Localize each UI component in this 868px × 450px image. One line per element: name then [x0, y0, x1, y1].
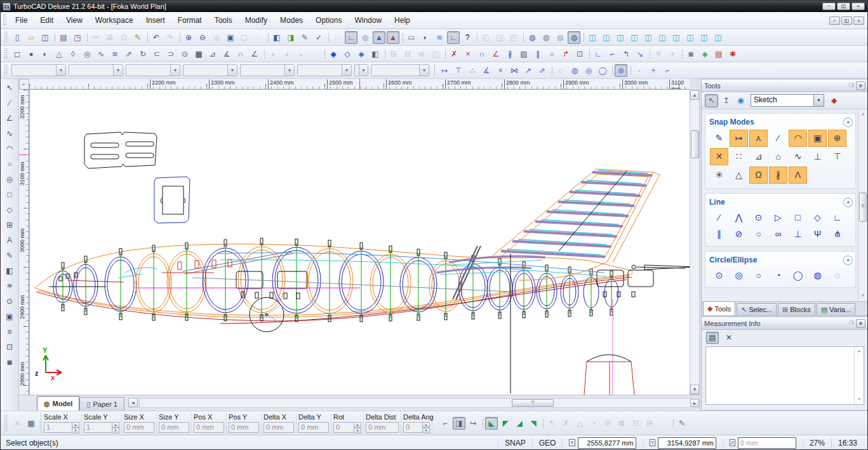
view-bottom[interactable]: ◫	[670, 31, 683, 44]
point-snap-b[interactable]: +	[647, 64, 660, 77]
pattern-tool[interactable]: ✳	[652, 48, 665, 60]
menu-item[interactable]: Options	[309, 14, 348, 27]
circle-edit[interactable]: ○	[545, 48, 558, 60]
sweep-3d[interactable]: ⊂	[150, 48, 163, 60]
menu-item[interactable]: Tools	[208, 14, 239, 27]
open-file[interactable]: ▱	[25, 31, 37, 44]
rect-tool[interactable]: □	[3, 188, 17, 201]
ws-workplane[interactable]: ◤	[499, 417, 512, 430]
ws-cplane[interactable]: ◢	[513, 417, 526, 430]
curve-tool[interactable]: ∿	[3, 126, 17, 140]
polygon-center[interactable]: ⊙	[749, 210, 768, 225]
pen-tool[interactable]: ✎	[298, 31, 311, 44]
spelling-checker[interactable]: ✓	[312, 31, 325, 44]
chevron-down-icon[interactable]: ▼	[342, 65, 351, 76]
pin-icon[interactable]: ❍	[846, 81, 856, 90]
insert-picture[interactable]: ▭	[405, 31, 418, 44]
category-combo[interactable]: Sketch ▼	[751, 94, 824, 107]
snap-aperture-toggle[interactable]: ∷	[331, 31, 344, 44]
snap-angle[interactable]: ∿	[789, 148, 807, 165]
render-hidden[interactable]: ◍	[540, 31, 552, 44]
ws-facet[interactable]: ◥	[527, 417, 540, 430]
axis-icon-toggle[interactable]: ∟	[447, 31, 460, 44]
edit-tool[interactable]: ▨	[517, 48, 530, 60]
palette-scrollbar[interactable]: ▲ ▼	[858, 110, 867, 301]
camera-properties[interactable]: ◐	[419, 31, 432, 44]
angle-line-tool[interactable]: ∠	[3, 111, 17, 125]
scroll-down-button[interactable]: ▼	[859, 292, 867, 300]
snap-aperture[interactable]: △	[730, 167, 748, 184]
facet-delete[interactable]: ◇	[341, 48, 354, 60]
circle-snap-c[interactable]: ◎	[582, 64, 595, 77]
property-combo-6[interactable]: ▼	[297, 64, 352, 76]
snap-horizontal[interactable]: ⊤	[828, 148, 846, 165]
fillet[interactable]: ∩	[476, 48, 488, 60]
ornament-tool[interactable]: ✱	[726, 48, 739, 60]
dimension-tool[interactable]: ✎	[3, 249, 17, 262]
boolean-subtract[interactable]: ◗	[281, 48, 293, 60]
scroll-up-button[interactable]: ▲	[690, 90, 699, 100]
scroll-up-button[interactable]: ▲	[855, 348, 863, 355]
boolean-union[interactable]: ◖	[267, 48, 279, 60]
field-value[interactable]: 0 mm	[264, 422, 294, 433]
undo[interactable]: ↶	[150, 31, 163, 44]
rotate-3d[interactable]: ∡	[220, 48, 233, 60]
local-snap-intersection[interactable]: ⋈	[508, 64, 521, 77]
snap-vertex[interactable]: ↦	[730, 130, 748, 147]
degrade-warning[interactable]: △	[573, 417, 586, 430]
snap-quadrant[interactable]: ▣	[808, 130, 827, 147]
boolean-intersect[interactable]: ◒	[295, 48, 307, 60]
horizontal-scroll-thumb[interactable]	[512, 399, 554, 407]
fit-3d[interactable]: ∩	[234, 48, 247, 60]
menu-item[interactable]: Modify	[239, 14, 274, 27]
torus-3d[interactable]: ◎	[81, 48, 93, 60]
slab-3d[interactable]: ⊿	[206, 48, 219, 60]
tools-palette-header[interactable]: Tools ❍ ×	[702, 79, 868, 92]
boolean-slice[interactable]: ◌	[309, 48, 321, 60]
chevron-down-icon[interactable]: ▼	[227, 65, 237, 76]
menu-item[interactable]: Help	[388, 14, 417, 27]
property-combo-4[interactable]: ▼	[183, 64, 237, 76]
scroll-down-button[interactable]: ▼	[690, 385, 699, 394]
node-pick-tool[interactable]: ↥	[719, 94, 733, 107]
chevron-down-icon[interactable]: ▼	[113, 65, 123, 76]
prism-3d[interactable]: ◊	[67, 48, 79, 60]
copy-entities[interactable]: ⊞	[387, 48, 400, 60]
menu-item[interactable]: Window	[348, 14, 388, 27]
zoom-previous[interactable]: ◎	[210, 31, 223, 44]
field-value[interactable]: 0 mm	[298, 422, 329, 433]
render-mode[interactable]: ▲	[387, 31, 399, 44]
view-front[interactable]: ◫	[600, 31, 613, 44]
tab-scroll-left-button[interactable]: ◄	[128, 398, 138, 407]
title-bar[interactable]: 21 TurboCAD Deluxe 21.2 64-bit - [Foka W…	[1, 1, 867, 12]
rail-sweep-3d[interactable]: ⊃	[164, 48, 177, 60]
rotated-rectangle[interactable]: ◇	[808, 210, 827, 225]
circle-2point[interactable]: ○	[749, 268, 768, 283]
cancel-edit[interactable]: ✕	[11, 417, 23, 430]
palette-tab[interactable]: ↖ Selec...	[737, 303, 777, 315]
line-single[interactable]: ∕	[710, 210, 728, 225]
group-cancel[interactable]: ◰	[507, 31, 520, 44]
view-iso-se[interactable]: ◫	[698, 31, 711, 44]
sheet-tab[interactable]: ▯ Paper 1	[79, 397, 124, 411]
polyline-3d[interactable]: ≋	[109, 48, 121, 60]
restore-button[interactable]: ◱	[837, 3, 850, 10]
property-combo-5[interactable]: ▼	[240, 64, 295, 76]
property-combo-8[interactable]: ▼	[371, 64, 429, 76]
menu-item[interactable]: File	[9, 14, 34, 27]
local-snap-midpoint[interactable]: ⊤	[452, 64, 465, 77]
pattern-tool[interactable]: ▣	[3, 310, 17, 324]
property-combo-7[interactable]: ▼	[354, 64, 368, 76]
group-finish[interactable]: ◲	[493, 31, 506, 44]
field-spinner[interactable]: ▲▼	[72, 422, 79, 433]
property-combo-3[interactable]: ▼	[126, 64, 180, 76]
measurement-scrollbar[interactable]: ▲ ▼	[854, 347, 864, 404]
vertical-ruler[interactable]: 3200 mm3100 mm3000 mm2900 mm2800 mm	[19, 90, 29, 395]
line-perpendicular-arc[interactable]: ⊥	[789, 226, 807, 242]
extend-entity[interactable]: ↘	[634, 48, 646, 60]
line-tangent-2arcs[interactable]: ∞	[769, 226, 787, 242]
zoom-selection[interactable]: ◌	[252, 31, 265, 44]
print[interactable]: ▤	[57, 31, 70, 44]
palette-tab[interactable]: ⊞ Blocks	[778, 303, 815, 315]
geo-indicator[interactable]: GEO	[532, 438, 563, 449]
